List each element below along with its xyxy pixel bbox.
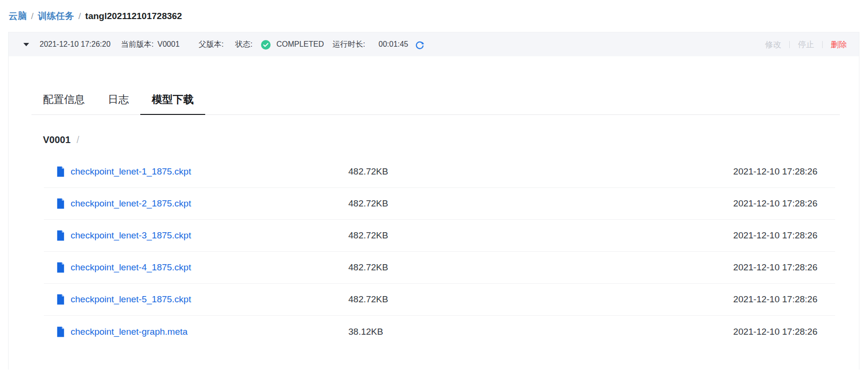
- caret-down-icon[interactable]: [23, 43, 29, 46]
- check-circle-icon: [261, 40, 271, 50]
- file-document-icon: [56, 230, 65, 241]
- file-name-cell: checkpoint_lenet-3_1875.ckpt: [44, 230, 348, 241]
- breadcrumb-separator: /: [31, 11, 33, 21]
- file-name-cell: checkpoint_lenet-graph.meta: [44, 327, 348, 337]
- version-actions: 修改 停止 删除: [757, 39, 847, 50]
- parent-version-label: 父版本:: [199, 40, 223, 50]
- duration-value: 00:01:45: [378, 40, 408, 49]
- file-download-link[interactable]: checkpoint_lenet-1_1875.ckpt: [71, 166, 191, 177]
- file-document-icon: [56, 294, 65, 305]
- breadcrumb-link-cloudbrain[interactable]: 云脑: [9, 10, 27, 22]
- file-document-icon: [56, 262, 65, 273]
- breadcrumb-link-training-tasks[interactable]: 训练任务: [38, 10, 74, 22]
- file-name-cell: checkpoint_lenet-1_1875.ckpt: [44, 166, 348, 177]
- file-name-cell: checkpoint_lenet-4_1875.ckpt: [44, 262, 348, 273]
- file-name-cell: checkpoint_lenet-5_1875.ckpt: [44, 294, 348, 305]
- breadcrumb-separator: /: [78, 11, 81, 21]
- file-name-cell: checkpoint_lenet-2_1875.ckpt: [44, 198, 348, 209]
- file-modified-time: 2021-12-10 17:28:26: [733, 230, 835, 241]
- file-size: 38.12KB: [348, 327, 733, 337]
- file-download-link[interactable]: checkpoint_lenet-3_1875.ckpt: [71, 230, 191, 241]
- tab-logs[interactable]: 日志: [96, 93, 140, 114]
- current-version-label: 当前版本:: [121, 40, 154, 50]
- file-size: 482.72KB: [348, 198, 733, 209]
- file-row: checkpoint_lenet-1_1875.ckpt 482.72KB 20…: [44, 156, 835, 188]
- file-download-link[interactable]: checkpoint_lenet-5_1875.ckpt: [71, 294, 191, 305]
- version-detail-content: 配置信息 日志 模型下载 V0001 / checkpoint_lenet-1_…: [9, 93, 859, 348]
- file-download-link[interactable]: checkpoint_lenet-graph.meta: [71, 327, 188, 337]
- file-row: checkpoint_lenet-5_1875.ckpt 482.72KB 20…: [44, 284, 835, 316]
- file-row: checkpoint_lenet-4_1875.ckpt 482.72KB 20…: [44, 252, 835, 284]
- tab-config-info[interactable]: 配置信息: [31, 93, 96, 114]
- refresh-icon[interactable]: [415, 41, 424, 50]
- file-download-link[interactable]: checkpoint_lenet-4_1875.ckpt: [71, 262, 191, 273]
- model-path-bar: V0001 /: [43, 134, 840, 145]
- file-row: checkpoint_lenet-graph.meta 38.12KB 2021…: [44, 316, 835, 348]
- file-size: 482.72KB: [348, 230, 733, 241]
- file-document-icon: [56, 327, 65, 337]
- status-value: COMPLETED: [276, 40, 324, 49]
- status-label: 状态:: [235, 40, 252, 50]
- modify-button[interactable]: 修改: [757, 39, 789, 50]
- path-separator: /: [76, 134, 79, 145]
- file-row: checkpoint_lenet-2_1875.ckpt 482.72KB 20…: [44, 188, 835, 220]
- version-bar: 2021-12-10 17:26:20 当前版本: V0001 父版本: 状态:…: [9, 32, 859, 56]
- file-row: checkpoint_lenet-3_1875.ckpt 482.72KB 20…: [44, 220, 835, 252]
- file-size: 482.72KB: [348, 166, 733, 177]
- model-file-table: checkpoint_lenet-1_1875.ckpt 482.72KB 20…: [44, 156, 835, 348]
- delete-button[interactable]: 删除: [823, 39, 847, 50]
- file-document-icon: [56, 166, 65, 177]
- file-modified-time: 2021-12-10 17:28:26: [733, 198, 835, 209]
- breadcrumb: 云脑 / 训练任务 / tangl202112101728362: [0, 0, 868, 22]
- current-version-value: V0001: [157, 40, 179, 49]
- version-created-time: 2021-12-10 17:26:20: [40, 40, 111, 49]
- file-modified-time: 2021-12-10 17:28:26: [733, 294, 835, 305]
- file-modified-time: 2021-12-10 17:28:26: [733, 262, 835, 273]
- path-version-link[interactable]: V0001: [43, 134, 71, 145]
- file-size: 482.72KB: [348, 294, 733, 305]
- stop-button[interactable]: 停止: [790, 39, 822, 50]
- breadcrumb-current-task: tangl202112101728362: [85, 11, 182, 21]
- task-version-panel: 2021-12-10 17:26:20 当前版本: V0001 父版本: 状态:…: [8, 32, 859, 370]
- file-document-icon: [56, 198, 65, 209]
- duration-label: 运行时长:: [333, 40, 365, 50]
- file-modified-time: 2021-12-10 17:28:26: [733, 327, 835, 337]
- file-size: 482.72KB: [348, 262, 733, 273]
- file-modified-time: 2021-12-10 17:28:26: [733, 166, 835, 177]
- tab-model-download[interactable]: 模型下载: [140, 93, 205, 115]
- tab-bar: 配置信息 日志 模型下载: [31, 93, 840, 115]
- file-download-link[interactable]: checkpoint_lenet-2_1875.ckpt: [71, 198, 191, 209]
